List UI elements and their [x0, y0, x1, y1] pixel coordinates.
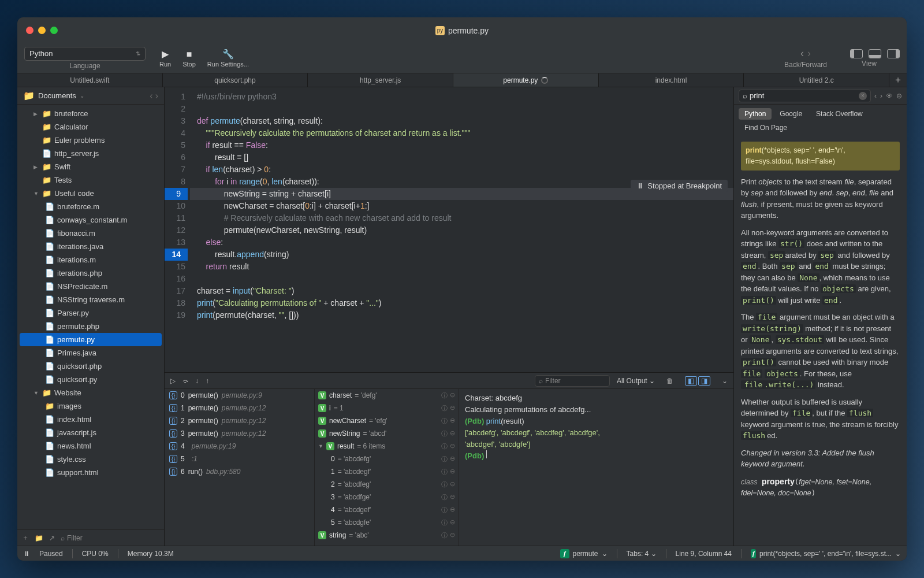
file-item[interactable]: 📄permute.php: [17, 320, 164, 333]
file-tab[interactable]: quicksort.php: [163, 73, 308, 87]
stack-frame[interactable]: {}5 :1: [165, 453, 314, 465]
variable-row[interactable]: VnewCharset = 'efg'ⓘ⊖: [315, 414, 459, 427]
forward-button[interactable]: ›: [807, 47, 811, 60]
stop-button[interactable]: ■ Stop: [182, 49, 196, 68]
code-content[interactable]: #!/usr/bin/env python3 def permute(chars…: [190, 87, 733, 372]
toggle-bottom-panel-button[interactable]: [869, 49, 881, 58]
info-icon[interactable]: ⓘ: [441, 404, 448, 413]
close-window-button[interactable]: [26, 27, 33, 34]
stack-frame[interactable]: {}1 permute() permute.py:12: [165, 402, 314, 414]
file-item[interactable]: 📄Primes.java: [17, 346, 164, 360]
doc-search-input[interactable]: ⌕ print ×: [739, 90, 871, 102]
file-item[interactable]: 📄iterations.java: [17, 240, 164, 253]
folder-item[interactable]: ▶📁bruteforce: [17, 107, 164, 120]
variable-row[interactable]: 5 = 'abcdgfe'ⓘ⊖: [315, 516, 459, 529]
info-icon[interactable]: ⓘ: [441, 391, 448, 400]
file-tab[interactable]: http_server.js: [308, 73, 453, 87]
file-item[interactable]: 📄iterations.m: [17, 253, 164, 266]
clear-console-button[interactable]: 🗑: [666, 377, 673, 385]
run-button[interactable]: ▶ Run: [159, 49, 171, 68]
disclosure-triangle[interactable]: ▼: [33, 191, 39, 197]
file-item[interactable]: 📄iterations.php: [17, 266, 164, 280]
toggle-left-panel-button[interactable]: [850, 49, 863, 58]
chevron-down-icon[interactable]: ⌄: [722, 377, 728, 385]
file-item[interactable]: 📄support.html: [17, 466, 164, 479]
variable-row[interactable]: Vcharset = 'defg'ⓘ⊖: [315, 389, 459, 402]
info-icon[interactable]: ⓘ: [441, 506, 448, 514]
file-item[interactable]: 📄fibonacci.m: [17, 227, 164, 240]
layout-left-button[interactable]: ◧: [685, 376, 697, 386]
doc-source-tab[interactable]: Find On Page: [739, 122, 793, 134]
line-gutter[interactable]: 12345678910111213141516171819: [165, 87, 190, 372]
layout-right-button[interactable]: ◨: [698, 376, 710, 386]
file-item[interactable]: 📄Parser.py: [17, 306, 164, 320]
disclosure-triangle[interactable]: ▶: [33, 111, 39, 117]
file-tab[interactable]: Untitled.swift: [17, 73, 163, 87]
debug-console[interactable]: Charset: abcdefg Calculating permutation…: [459, 389, 733, 546]
file-item[interactable]: 📄quicksort.py: [17, 373, 164, 386]
sidebar-filter-input[interactable]: ⌕ Filter: [61, 534, 159, 542]
variable-row[interactable]: Vstring = 'abc'ⓘ⊖: [315, 529, 459, 542]
folder-item[interactable]: 📁Euler problems: [17, 134, 164, 147]
file-tab[interactable]: index.html: [599, 73, 744, 87]
stack-frame[interactable]: {}4 permute.py:19: [165, 440, 314, 453]
file-tab[interactable]: permute.py: [453, 73, 599, 87]
step-out-button[interactable]: ↑: [206, 377, 209, 385]
doc-source-tab[interactable]: Python: [739, 108, 772, 120]
doc-source-tab[interactable]: Stack Overflow: [810, 108, 869, 120]
remove-icon[interactable]: ⊖: [450, 531, 455, 540]
add-tab-button[interactable]: ＋: [889, 73, 907, 87]
folder-item[interactable]: 📁Tests: [17, 173, 164, 187]
file-item[interactable]: 📄javascript.js: [17, 426, 164, 439]
continue-button[interactable]: ▷: [170, 377, 176, 385]
output-selector[interactable]: All Output ⌄: [617, 377, 655, 385]
info-icon[interactable]: ⓘ: [441, 493, 448, 502]
variable-row[interactable]: 4 = 'abcdgef'ⓘ⊖: [315, 503, 459, 516]
file-item[interactable]: 📄style.css: [17, 453, 164, 466]
clear-search-button[interactable]: ×: [859, 92, 867, 100]
info-icon[interactable]: ⓘ: [441, 480, 448, 489]
stack-frame[interactable]: {}0 permute() permute.py:9: [165, 389, 314, 402]
file-item[interactable]: 📄news.html: [17, 439, 164, 453]
step-into-button[interactable]: ↓: [195, 377, 199, 385]
status-doc-hint[interactable]: ƒprint(*objects, sep=' ', end='\n', file…: [751, 549, 901, 558]
toggle-right-panel-button[interactable]: [887, 49, 900, 58]
info-icon[interactable]: ⓘ: [441, 429, 448, 438]
remove-icon[interactable]: ⊖: [450, 429, 455, 438]
info-icon[interactable]: ⓘ: [441, 442, 448, 451]
remove-icon[interactable]: ⊖: [450, 442, 455, 451]
sidebar-forward-button[interactable]: ›: [155, 91, 158, 101]
add-file-button[interactable]: ＋: [22, 533, 29, 543]
minus-icon[interactable]: ⊖: [896, 92, 902, 100]
doc-source-tab[interactable]: Google: [774, 108, 808, 120]
back-button[interactable]: ‹: [800, 47, 804, 60]
file-item[interactable]: 📄NSString traverse.m: [17, 293, 164, 306]
info-icon[interactable]: ⓘ: [441, 417, 448, 425]
zoom-window-button[interactable]: [50, 27, 58, 34]
folder-item[interactable]: ▼📁Useful code: [17, 187, 164, 200]
remove-icon[interactable]: ⊖: [450, 455, 455, 464]
disclosure-triangle[interactable]: ▼: [33, 390, 39, 396]
file-item[interactable]: 📄conways_constant.m: [17, 213, 164, 227]
variable-row[interactable]: ▼Vresult = 6 itemsⓘ⊖: [315, 440, 459, 453]
status-function[interactable]: ƒpermute ⌄: [560, 549, 608, 558]
info-icon[interactable]: ⓘ: [441, 518, 448, 527]
info-icon[interactable]: ⓘ: [441, 468, 448, 476]
file-item[interactable]: 📄index.html: [17, 413, 164, 426]
sidebar-header[interactable]: 📁 Documents ⌄ ‹ ›: [17, 87, 164, 105]
info-icon[interactable]: ⓘ: [441, 531, 448, 540]
run-settings-button[interactable]: 🔧 Run Settings...: [207, 49, 249, 68]
step-over-button[interactable]: ⤼: [182, 377, 188, 385]
info-icon[interactable]: ⓘ: [441, 455, 448, 464]
folder-item[interactable]: ▶📁Swift: [17, 160, 164, 173]
stack-frame[interactable]: {}2 permute() permute.py:12: [165, 414, 314, 427]
remove-icon[interactable]: ⊖: [450, 518, 455, 527]
open-in-finder-button[interactable]: ↗: [49, 534, 55, 542]
remove-icon[interactable]: ⊖: [450, 404, 455, 413]
variable-row[interactable]: 3 = 'abcdfge'ⓘ⊖: [315, 491, 459, 503]
status-tabs[interactable]: Tabs: 4 ⌄: [627, 550, 657, 558]
disclosure-triangle[interactable]: ▶: [33, 164, 39, 170]
stack-frame[interactable]: {}3 permute() permute.py:12: [165, 427, 314, 440]
file-tab[interactable]: Untitled 2.c: [744, 73, 889, 87]
variable-row[interactable]: Vi = 1ⓘ⊖: [315, 402, 459, 414]
